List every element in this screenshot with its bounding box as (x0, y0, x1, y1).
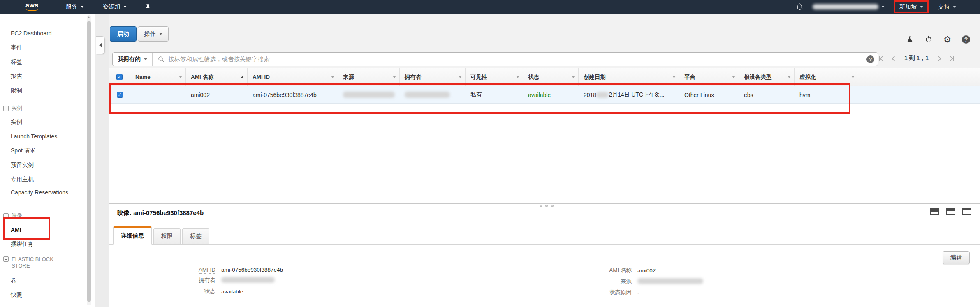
filter-help-button[interactable]: ? (866, 55, 874, 63)
settings-button[interactable]: ⚙ (943, 35, 951, 44)
column-filter-icon[interactable] (393, 76, 396, 78)
nav-support[interactable]: 支持 (938, 3, 956, 11)
column-filter-icon[interactable] (732, 76, 735, 78)
pagination-first-button[interactable] (879, 56, 884, 61)
column-filter-icon[interactable] (788, 76, 791, 78)
splitter-drag-handle[interactable] (540, 205, 554, 207)
sidebar-collapse-handle[interactable] (96, 36, 105, 54)
tab-details[interactable]: 详细信息 (113, 226, 152, 245)
support-label: 支持 (938, 3, 950, 11)
help-button[interactable]: ? (962, 35, 970, 44)
column-filter-icon[interactable] (179, 76, 182, 78)
nav-services[interactable]: 服务 (66, 3, 84, 11)
refresh-button[interactable] (924, 35, 933, 44)
chevron-left-icon (892, 56, 897, 61)
cell-owner-redacted (400, 86, 466, 103)
field-owner: 拥有者 (125, 277, 283, 284)
ownership-filter-dropdown[interactable]: 我拥有的 (113, 53, 153, 66)
column-header-state[interactable]: 状态 (523, 68, 579, 86)
nav-resource-groups[interactable]: 资源组 (103, 3, 127, 11)
sidebar-item-limits[interactable]: 限制 (11, 83, 93, 98)
table-header-row: ✓ Name AMI 名称 AMI ID 来源 拥有者 可见性 状态 创建日期 … (109, 68, 980, 86)
sidebar-item-tags[interactable]: 标签 (11, 55, 93, 69)
column-filter-icon[interactable] (851, 76, 855, 78)
sidebar-item-reserved-instances[interactable]: 预留实例 (11, 158, 93, 172)
launch-button[interactable]: 启动 (110, 26, 137, 42)
panel-splitter (109, 203, 980, 204)
sidebar-item-spot-requests[interactable]: Spot 请求 (11, 143, 93, 158)
sidebar-item-events[interactable]: 事件 (11, 40, 93, 55)
sidebar-item-capacity-reservations[interactable]: Capacity Reservations (11, 187, 93, 205)
panel-size-large-icon[interactable] (962, 208, 971, 215)
sidebar-item-ami[interactable]: AMI (11, 222, 93, 237)
field-source: 来源 (541, 278, 703, 285)
column-header-creation-date[interactable]: 创建日期 (579, 68, 679, 86)
column-header-owner[interactable]: 拥有者 (400, 68, 466, 86)
aws-logo[interactable]: aws (25, 2, 39, 11)
edit-button[interactable]: 编辑 (943, 251, 970, 264)
pin-shortcut[interactable] (145, 3, 151, 10)
top-nav: aws 服务 资源组 新加坡 (0, 0, 980, 14)
pagination-next-button[interactable] (937, 57, 941, 60)
sidebar-item-bundle-tasks[interactable]: 捆绑任务 (11, 237, 93, 251)
tab-permissions[interactable]: 权限 (153, 228, 181, 245)
view-controls: ⚙ ? (906, 35, 970, 44)
account-name-redacted (813, 4, 878, 9)
column-filter-icon[interactable] (572, 76, 575, 78)
sidebar-item-volumes[interactable]: 卷 (11, 273, 93, 288)
column-header-ami-name[interactable]: AMI 名称 (186, 68, 248, 86)
sidebar-section-elastic-block-store[interactable]: ELASTIC BLOCK STORE (3, 254, 93, 273)
column-header-platform[interactable]: 平台 (679, 68, 739, 86)
column-header-name[interactable]: Name (130, 68, 186, 86)
nav-region-selector[interactable]: 新加坡 (899, 3, 924, 11)
refresh-icon (924, 35, 933, 44)
column-filter-icon[interactable] (672, 76, 676, 78)
panel-size-small-icon[interactable] (930, 208, 939, 215)
column-header-filler (858, 68, 980, 86)
detail-panel-title: 映像: ami-0756be930f3887e4b (117, 209, 204, 217)
select-all-checkbox[interactable]: ✓ (116, 74, 123, 80)
tab-tags[interactable]: 标签 (182, 228, 209, 245)
sidebar-section-instances[interactable]: 实例 (3, 101, 93, 115)
sort-ascending-icon (241, 76, 244, 78)
panel-size-medium-icon[interactable] (946, 208, 955, 215)
sidebar-item-launch-templates[interactable]: Launch Templates (11, 129, 93, 143)
column-filter-icon[interactable] (459, 76, 462, 78)
column-header-source[interactable]: 来源 (338, 68, 400, 86)
column-header-visibility[interactable]: 可见性 (466, 68, 523, 86)
chevron-right-icon (936, 56, 941, 61)
cell-filler (858, 86, 980, 103)
filter-bar: 我拥有的 ? (112, 52, 878, 66)
column-filter-icon[interactable] (516, 76, 519, 78)
table-row-ami002[interactable]: ✓ ami002 ami-0756be930f3887e4b 私有 availa… (109, 86, 980, 104)
column-header-root-device-type[interactable]: 根设备类型 (739, 68, 795, 86)
cell-virtualization: hvm (795, 86, 858, 103)
actions-dropdown-button[interactable]: 操作 (138, 26, 169, 42)
row-checkbox[interactable]: ✓ (117, 92, 123, 98)
scroll-up-arrow-icon[interactable] (88, 16, 90, 18)
nav-account-menu[interactable] (813, 4, 885, 9)
pagination-prev-button[interactable] (892, 57, 896, 60)
redacted-value (637, 278, 703, 284)
search-input[interactable] (168, 56, 862, 62)
cell-source-redacted (338, 86, 400, 103)
aws-logo-text: aws (25, 2, 39, 8)
sidebar-scrollbar (87, 15, 91, 305)
redacted-value (343, 92, 395, 98)
column-header-virtualization[interactable]: 虚拟化 (795, 68, 858, 86)
sidebar-item-reports[interactable]: 报告 (11, 69, 93, 83)
sidebar-item-instances[interactable]: 实例 (11, 115, 93, 129)
sidebar-item-ec2-dashboard[interactable]: EC2 Dashboard (11, 26, 93, 40)
scrollbar-thumb[interactable] (87, 21, 91, 302)
pagination-last-button[interactable] (949, 56, 954, 61)
sidebar-item-dedicated-hosts[interactable]: 专用主机 (11, 172, 93, 187)
sidebar-list: EC2 Dashboard 事件 标签 报告 限制 实例 实例 Launch T… (0, 14, 95, 302)
notifications-button[interactable] (796, 3, 804, 11)
sidebar-item-snapshots[interactable]: 快照 (11, 288, 93, 302)
column-filter-icon[interactable] (331, 76, 334, 78)
column-header-ami-id[interactable]: AMI ID (248, 68, 338, 86)
chevron-left-icon (880, 56, 885, 61)
experiments-button[interactable] (906, 36, 914, 44)
sidebar-section-images[interactable]: 映像 (3, 209, 93, 222)
chevron-down-icon (144, 58, 147, 60)
